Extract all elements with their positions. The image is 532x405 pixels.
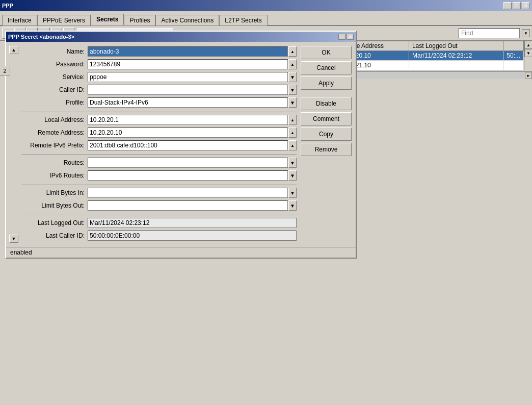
separator-2: [21, 155, 297, 155]
profile-dropdown-arrow[interactable]: ▼: [288, 97, 297, 108]
limit-bytes-out-dropdown-arrow[interactable]: ▼: [288, 200, 297, 211]
form-row-service: Service: ▼: [21, 71, 297, 83]
dialog-scroll-up[interactable]: ▲: [9, 46, 18, 54]
local-address-label: Local Address:: [21, 116, 88, 123]
caller-id-label: Caller ID:: [21, 86, 88, 93]
remove-button[interactable]: Remove: [301, 143, 352, 156]
copy-button[interactable]: Copy: [301, 128, 352, 141]
maximize-button[interactable]: □: [513, 2, 521, 9]
form-row-ipv6-routes: IPv6 Routes: ▼: [21, 170, 297, 181]
dialog-title-bar: PPP Secret <abonado-3> □ ✕: [6, 32, 356, 42]
ipv6-routes-input[interactable]: [88, 170, 288, 181]
cancel-button[interactable]: Cancel: [301, 61, 352, 74]
separator-1: [21, 112, 297, 112]
name-label: Name:: [21, 48, 88, 55]
tab-profiles[interactable]: Profiles: [124, 15, 155, 26]
last-logged-out-label: Last Logged Out:: [21, 219, 88, 226]
tab-pppoe-servers[interactable]: PPPoE Servers: [37, 15, 91, 26]
last-caller-id-input: [88, 231, 297, 241]
remote-ipv6-label: Remote IPv6 Prefix:: [21, 142, 88, 149]
table-vscroll-down[interactable]: ▼: [524, 49, 532, 57]
table-vscroll-up[interactable]: ▲: [524, 41, 532, 49]
table-scroll-right-arrow[interactable]: ▼: [522, 29, 530, 37]
separator-3: [21, 185, 297, 185]
form-row-routes: Routes: ▼: [21, 157, 297, 168]
separator-4: [21, 215, 297, 215]
col-extra: [503, 41, 524, 51]
close-button[interactable]: ✕: [522, 2, 530, 9]
service-input-wrap: ▼: [88, 72, 297, 82]
profile-input[interactable]: [88, 97, 288, 108]
routes-dropdown-arrow[interactable]: ▼: [288, 158, 297, 168]
title-bar-controls: − □ ✕: [503, 2, 530, 9]
col-last-logged-out: Last Logged Out: [409, 41, 503, 51]
limit-bytes-in-input-wrap: ▼: [88, 188, 297, 198]
dialog-close-button[interactable]: ✕: [347, 34, 354, 40]
remote-address-input-wrap: ▲: [88, 128, 297, 138]
limit-bytes-out-input[interactable]: [88, 200, 288, 211]
title-bar-left: PPP: [2, 3, 13, 9]
comment-button[interactable]: Comment: [301, 112, 352, 125]
cell-last-logged-out: Mar/11/2024 02:23:12: [409, 51, 503, 61]
routes-input[interactable]: [88, 158, 288, 168]
remote-ipv6-up-arrow[interactable]: ▲: [288, 140, 297, 150]
name-input[interactable]: [88, 46, 288, 57]
password-input[interactable]: [88, 59, 288, 69]
form-row-caller-id: Caller ID: ▼: [21, 84, 297, 95]
local-address-input[interactable]: [88, 115, 288, 125]
form-row-password: Password: ▲: [21, 59, 297, 70]
tab-l2tp-secrets[interactable]: L2TP Secrets: [219, 15, 267, 26]
ipv6-routes-label: IPv6 Routes:: [21, 172, 88, 179]
caller-id-input[interactable]: [88, 85, 288, 95]
ipv6-routes-dropdown-arrow[interactable]: ▼: [288, 170, 297, 181]
limit-bytes-out-input-wrap: ▼: [88, 200, 297, 211]
cell-last-logged-out-2: [409, 61, 503, 70]
remote-address-input[interactable]: [88, 128, 288, 138]
name-up-arrow[interactable]: ▲: [288, 46, 297, 57]
cell-extra: 50:...: [503, 51, 524, 61]
tab-interface[interactable]: Interface: [2, 15, 37, 26]
remote-address-label: Remote Address:: [21, 129, 88, 136]
dialog-form: Name: ▲ Password: ▲ Service: ▼: [21, 46, 297, 243]
form-row-limit-bytes-in: Limit Bytes In: ▼: [21, 187, 297, 198]
limit-bytes-in-input[interactable]: [88, 188, 288, 198]
dialog-min-button[interactable]: □: [338, 34, 345, 40]
service-dropdown-arrow[interactable]: ▼: [288, 72, 297, 82]
apply-button[interactable]: Apply: [301, 77, 352, 90]
password-input-wrap: ▲: [88, 59, 297, 69]
ok-button[interactable]: OK: [301, 46, 352, 59]
dialog-actions: OK Cancel Apply Disable Comment Copy Rem…: [301, 46, 352, 243]
routes-input-wrap: ▼: [88, 158, 297, 168]
last-caller-id-label: Last Caller ID:: [21, 232, 88, 239]
service-input[interactable]: [88, 72, 288, 82]
disable-button[interactable]: Disable: [301, 97, 352, 110]
remote-address-up-arrow[interactable]: ▲: [288, 128, 297, 138]
service-label: Service:: [21, 73, 88, 81]
tab-bar: Interface PPPoE Servers Secrets Profiles…: [0, 11, 532, 26]
dialog-footer: enabled: [6, 247, 356, 258]
tab-active-connections[interactable]: Active Connections: [155, 15, 219, 26]
password-up-arrow[interactable]: ▲: [288, 59, 297, 69]
form-row-remote-address: Remote Address: ▲: [21, 127, 297, 138]
remote-ipv6-input-wrap: ▲: [88, 140, 297, 150]
find-input[interactable]: [459, 28, 520, 38]
dialog-scroll-down[interactable]: ▼: [9, 235, 18, 243]
tab-secrets[interactable]: Secrets: [91, 14, 124, 26]
row-number-indicator: 2: [0, 66, 10, 75]
limit-bytes-in-label: Limit Bytes In:: [21, 189, 88, 196]
dialog-status: enabled: [10, 249, 32, 256]
caller-id-input-wrap: ▼: [88, 85, 297, 95]
password-label: Password:: [21, 61, 88, 68]
limit-bytes-in-dropdown-arrow[interactable]: ▼: [288, 188, 297, 198]
caller-id-dropdown-arrow[interactable]: ▼: [288, 85, 297, 95]
last-caller-id-input-wrap: [88, 231, 297, 241]
ipv6-routes-input-wrap: ▼: [88, 170, 297, 181]
dialog-title-controls: □ ✕: [338, 34, 354, 40]
cell-extra-2: [503, 61, 524, 70]
local-address-up-arrow[interactable]: ▲: [288, 115, 297, 125]
name-input-wrap: ▲: [88, 46, 297, 57]
remote-ipv6-input[interactable]: [88, 140, 288, 150]
minimize-button[interactable]: −: [503, 2, 512, 9]
hscroll-right-arrow[interactable]: ►: [525, 72, 532, 79]
routes-label: Routes:: [21, 159, 88, 166]
